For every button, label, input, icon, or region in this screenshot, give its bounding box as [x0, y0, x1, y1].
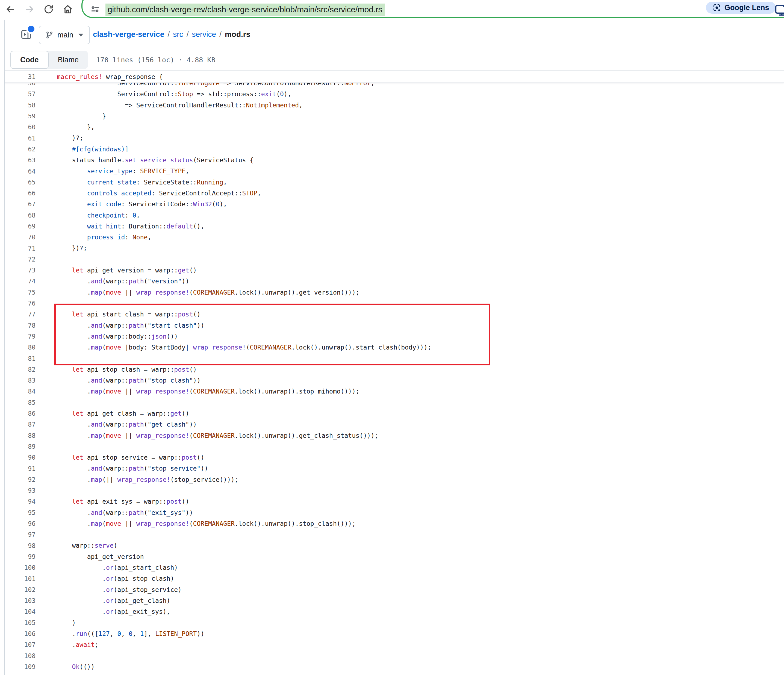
code-text: Ok(())	[36, 661, 95, 672]
url-text[interactable]: github.com/clash-verge-rev/clash-verge-s…	[106, 3, 385, 16]
code-line: 85	[5, 397, 784, 408]
line-number[interactable]: 59	[5, 112, 36, 120]
line-number[interactable]: 70	[5, 234, 36, 241]
code-line: 69 wait_hint: Duration::default(),	[5, 221, 784, 232]
code-line: 71 })?;	[5, 243, 784, 254]
line-number[interactable]: 89	[5, 443, 36, 450]
code-line: 79 .and(warp::body::json())	[5, 331, 784, 342]
line-number[interactable]: 91	[5, 465, 36, 472]
line-number[interactable]: 82	[5, 366, 36, 373]
line-number[interactable]: 57	[5, 90, 36, 98]
site-info-icon[interactable]	[90, 5, 100, 14]
line-number[interactable]: 77	[5, 311, 36, 318]
line-number[interactable]: 65	[5, 179, 36, 186]
line-number[interactable]: 64	[5, 168, 36, 175]
code-line: 97	[5, 529, 784, 540]
line-number[interactable]: 93	[5, 487, 36, 494]
line-number[interactable]: 84	[5, 388, 36, 395]
code-text: _ => ServiceControlHandlerResult::NotImp…	[36, 100, 303, 111]
line-number[interactable]: 94	[5, 498, 36, 505]
code-line: 56 ServiceControl::Interrogate => Servic…	[5, 83, 784, 89]
tab-blame[interactable]: Blame	[49, 51, 88, 68]
line-number[interactable]: 75	[5, 289, 36, 296]
code-line: 80 .map(move |body: StartBody| wrap_resp…	[5, 342, 784, 353]
line-number[interactable]: 107	[5, 641, 36, 648]
line-number[interactable]: 106	[5, 630, 36, 637]
line-number[interactable]: 74	[5, 277, 36, 285]
line-number[interactable]: 79	[5, 333, 36, 340]
reload-icon[interactable]	[43, 4, 54, 15]
branch-name: main	[58, 31, 73, 39]
breadcrumb-filename: mod.rs	[225, 30, 250, 39]
code-text: .or(api_stop_clash)	[36, 573, 174, 584]
code-line: 31macro_rules! wrap_response {	[5, 71, 784, 83]
branch-selector[interactable]: main	[39, 26, 90, 44]
code-line: 78 .and(warp::path("start_clash"))	[5, 320, 784, 331]
line-number[interactable]: 66	[5, 190, 36, 197]
line-number[interactable]: 108	[5, 652, 36, 659]
code-line: 87 .and(warp::path("get_clash"))	[5, 419, 784, 430]
line-number[interactable]: 109	[5, 663, 36, 670]
line-number[interactable]: 62	[5, 146, 36, 153]
back-icon[interactable]	[5, 4, 16, 15]
browser-toolbar: github.com/clash-verge-rev/clash-verge-s…	[0, 0, 784, 20]
line-number[interactable]: 63	[5, 157, 36, 164]
code-lines: 56 ServiceControl::Interrogate => Servic…	[5, 83, 784, 675]
breadcrumb-repo-link[interactable]: clash-verge-service	[93, 30, 165, 39]
line-number[interactable]: 58	[5, 102, 36, 109]
line-number[interactable]: 85	[5, 399, 36, 406]
line-number[interactable]: 98	[5, 542, 36, 549]
line-number[interactable]: 90	[5, 454, 36, 461]
line-number[interactable]: 67	[5, 201, 36, 208]
line-number[interactable]: 68	[5, 212, 36, 219]
breadcrumb-service-link[interactable]: service	[192, 30, 216, 39]
line-number[interactable]: 56	[5, 83, 36, 87]
line-number[interactable]: 103	[5, 597, 36, 604]
google-lens-button[interactable]: Google Lens	[706, 2, 776, 14]
line-number[interactable]: 61	[5, 135, 36, 142]
line-number[interactable]: 31	[5, 73, 36, 80]
line-number[interactable]: 73	[5, 267, 36, 274]
line-number[interactable]: 80	[5, 344, 36, 351]
line-number[interactable]: 71	[5, 245, 36, 252]
sticky-code-line: 31macro_rules! wrap_response {	[5, 71, 784, 83]
line-number[interactable]: 97	[5, 531, 36, 538]
line-number[interactable]: 72	[5, 256, 36, 263]
line-number[interactable]: 69	[5, 223, 36, 230]
line-number[interactable]: 95	[5, 509, 36, 516]
breadcrumb-src-link[interactable]: src	[173, 30, 183, 39]
line-number[interactable]: 104	[5, 608, 36, 615]
line-number[interactable]: 99	[5, 553, 36, 560]
line-number[interactable]: 92	[5, 476, 36, 483]
line-number[interactable]: 100	[5, 564, 36, 571]
line-number[interactable]: 81	[5, 355, 36, 362]
code-line: 72	[5, 254, 784, 265]
line-number[interactable]: 101	[5, 575, 36, 582]
code-line: 65 current_state: ServiceState::Running,	[5, 177, 784, 188]
tab-code[interactable]: Code	[10, 51, 49, 69]
line-number[interactable]: 86	[5, 410, 36, 417]
breadcrumb-separator: /	[219, 30, 222, 39]
code-text: .or(api_start_clash)	[36, 562, 178, 573]
line-number[interactable]: 88	[5, 432, 36, 439]
code-line: 105 )	[5, 617, 784, 628]
line-number[interactable]: 102	[5, 586, 36, 593]
line-number[interactable]: 76	[5, 300, 36, 307]
forward-icon[interactable]	[24, 4, 35, 15]
line-number[interactable]: 83	[5, 377, 36, 384]
code-text: let api_stop_clash = warp::post()	[36, 364, 197, 375]
line-number[interactable]: 60	[5, 123, 36, 131]
google-lens-icon	[712, 3, 721, 12]
code-line: 61 )?;	[5, 133, 784, 143]
code-line: 59 }	[5, 111, 784, 122]
line-number[interactable]: 96	[5, 520, 36, 527]
code-line: 102 .or(api_stop_service)	[5, 584, 784, 595]
home-icon[interactable]	[62, 4, 73, 15]
line-number[interactable]: 105	[5, 619, 36, 627]
line-number[interactable]: 78	[5, 322, 36, 329]
breadcrumb: clash-verge-service / src / service / mo…	[93, 20, 250, 48]
code-text: let api_get_clash = warp::get()	[36, 408, 189, 419]
code-line: 81	[5, 353, 784, 364]
screen-capture-icon[interactable]	[775, 3, 784, 17]
line-number[interactable]: 87	[5, 421, 36, 428]
